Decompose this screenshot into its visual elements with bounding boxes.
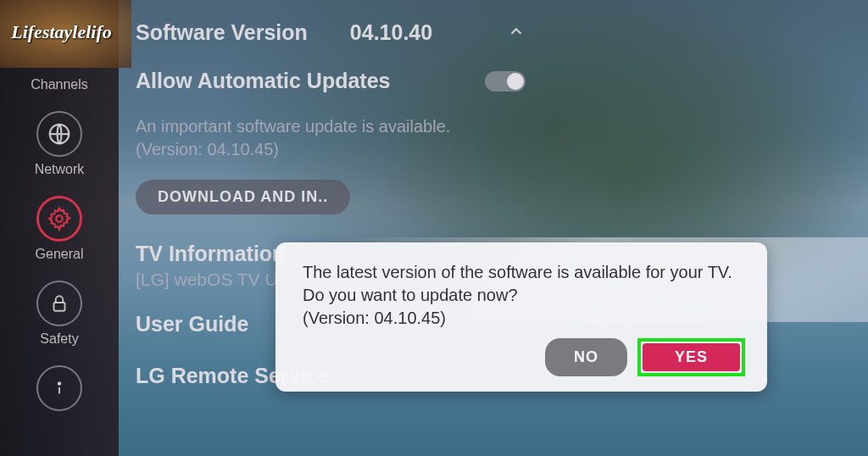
auto-updates-row[interactable]: Allow Automatic Updates xyxy=(127,57,534,105)
yes-highlight-box: YES xyxy=(637,338,745,376)
sidebar-item-more[interactable] xyxy=(0,359,119,423)
update-popup: The latest version of the software is av… xyxy=(275,242,767,392)
sidebar: Lifestaylelifo Channels Network General xyxy=(0,0,119,456)
popup-message: The latest version of the software is av… xyxy=(303,261,745,307)
popup-version: (Version: 04.10.45) xyxy=(303,309,745,328)
sidebar-items: Channels Network General xyxy=(0,72,119,423)
chevron-up-icon xyxy=(507,22,526,44)
svg-point-1 xyxy=(56,215,63,222)
sidebar-item-label: Channels xyxy=(31,77,88,92)
software-version-row[interactable]: Software Version 04.10.40 xyxy=(127,8,534,57)
toggle-knob xyxy=(507,73,524,90)
download-install-button[interactable]: DOWNLOAD AND IN.. xyxy=(136,180,350,214)
sidebar-item-general[interactable]: General xyxy=(0,189,119,274)
yes-button[interactable]: YES xyxy=(643,343,740,371)
gear-icon xyxy=(36,196,82,242)
sidebar-item-channels[interactable]: Channels xyxy=(0,72,119,104)
globe-icon xyxy=(36,111,82,157)
sidebar-item-label: Network xyxy=(35,162,85,177)
lock-icon xyxy=(36,281,82,326)
sidebar-item-label: General xyxy=(36,247,84,262)
software-version-value: 04.10.40 xyxy=(350,20,432,45)
software-version-label: Software Version xyxy=(136,20,308,45)
auto-updates-toggle[interactable] xyxy=(485,71,526,92)
sidebar-item-safety[interactable]: Safety xyxy=(0,274,119,359)
svg-rect-2 xyxy=(54,303,65,311)
logo-text: Lifestaylelifo xyxy=(11,21,112,43)
popup-buttons: NO YES xyxy=(303,338,745,376)
svg-point-3 xyxy=(58,382,61,385)
no-button[interactable]: NO xyxy=(545,338,627,376)
sidebar-item-label: Safety xyxy=(40,331,78,347)
update-notice: An important software update is availabl… xyxy=(127,105,534,164)
auto-updates-label: Allow Automatic Updates xyxy=(136,69,391,93)
sidebar-item-network[interactable]: Network xyxy=(0,104,119,189)
info-icon xyxy=(36,365,82,411)
logo-overlay: Lifestaylelifo xyxy=(0,0,131,68)
